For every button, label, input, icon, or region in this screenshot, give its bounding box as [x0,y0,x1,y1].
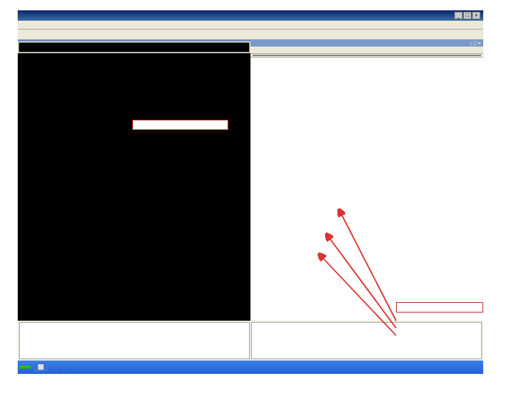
command-input[interactable] [18,42,250,52]
callout-right [396,302,483,313]
callout-left [132,120,228,130]
task-item-stata[interactable] [51,366,58,369]
viewer-mx[interactable]: ↕ □ × [469,41,481,46]
maximize-icon[interactable]: □ [463,12,471,19]
results-output [18,53,250,321]
taskbar: ⬜ [18,361,483,374]
menubar [18,21,483,30]
viewer-titlebar: ↕ □ × [250,40,483,47]
task-item[interactable]: ⬜ [34,363,48,372]
browse-body [250,58,483,321]
start-button[interactable] [19,366,31,369]
viewer-toolbar [250,47,483,54]
command-pane-title [18,40,250,41]
main-titlebar: _ □ × [18,10,483,21]
viewer-cmd-input[interactable] [253,55,481,56]
variables-pane [251,322,482,359]
task-item-other[interactable] [61,366,69,369]
close-icon[interactable]: × [472,12,480,19]
minimize-icon[interactable]: _ [454,12,463,19]
main-toolbar [18,30,483,40]
review-pane [19,322,250,359]
